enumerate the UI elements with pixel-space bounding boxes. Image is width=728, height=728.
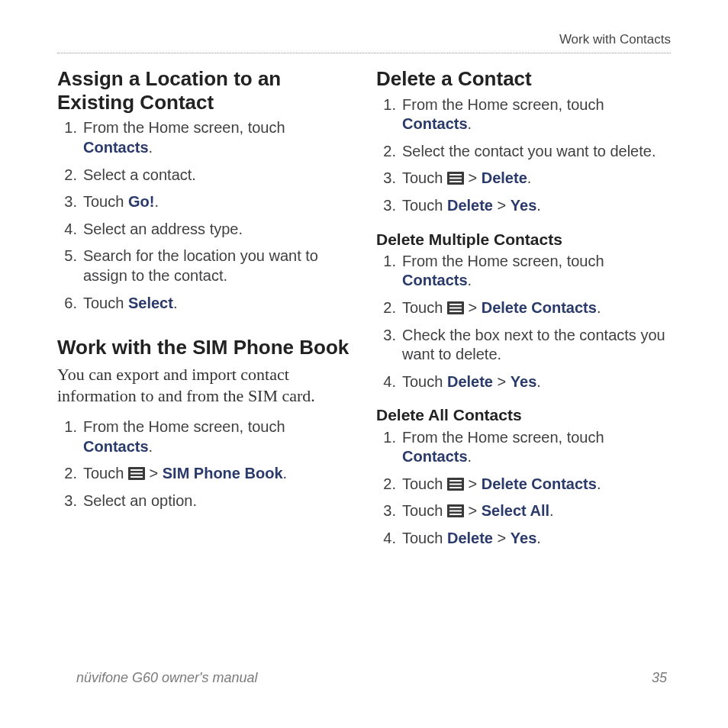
step-text: Touch [402, 502, 447, 519]
separator: > [464, 299, 482, 316]
menu-icon [447, 301, 464, 314]
step-number: 2. [376, 142, 396, 162]
separator: > [493, 373, 511, 390]
step-number: 1. [57, 417, 77, 437]
footer-title: nüvifone G60 owner's manual [76, 670, 258, 686]
step-text: . [597, 299, 601, 316]
step-number: 3. [376, 501, 396, 521]
list-item: 2.Select a contact. [57, 166, 352, 185]
list-item: 4.Touch Delete > Yes. [376, 372, 671, 392]
step-text: . [283, 465, 288, 482]
list-item: 3.Touch Go!. [57, 192, 352, 212]
list-item: 2.Select the contact you want to delete. [376, 142, 671, 162]
step-text: Touch [83, 295, 128, 311]
section-assign-location: Assign a Location to an Existing Contact [57, 67, 352, 114]
subsection-delete-all: Delete All Contacts [376, 405, 671, 424]
step-text: . [597, 475, 601, 492]
separator: > [464, 169, 482, 186]
step-text: . [468, 272, 472, 288]
ui-term: Contacts [402, 115, 468, 132]
step-text: Touch [402, 299, 447, 316]
step-text: . [536, 373, 541, 390]
step-number: 4. [376, 372, 396, 392]
step-text: Select a contact. [83, 166, 196, 183]
list-item: 3.Check the box next to the contacts you… [376, 326, 671, 365]
step-number: 4. [376, 529, 396, 549]
step-text: . [549, 502, 554, 519]
list-item: 4.Touch Delete > Yes. [376, 529, 671, 549]
list-item: 2.Touch > SIM Phone Book. [57, 464, 352, 484]
menu-icon [447, 478, 464, 491]
step-number: 4. [57, 220, 77, 240]
step-text: From the Home screen, touch [402, 96, 604, 113]
steps-delete-contact: 1.From the Home screen, touch Contacts. … [376, 95, 671, 216]
menu-icon [128, 467, 145, 480]
step-text: . [149, 139, 153, 156]
list-item: 2.Touch > Delete Contacts. [376, 298, 671, 318]
step-text: Touch [402, 373, 447, 390]
ui-term: Go! [128, 193, 154, 210]
list-item: 1.From the Home screen, touch Contacts. [376, 95, 671, 134]
step-text: . [536, 530, 541, 546]
step-text: From the Home screen, touch [402, 429, 604, 446]
separator: > [493, 530, 511, 546]
section-delete-contact: Delete a Contact [376, 67, 671, 91]
step-text: Touch [83, 465, 128, 482]
steps-assign-location: 1.From the Home screen, touch Contacts. … [57, 118, 352, 313]
steps-delete-all: 1.From the Home screen, touch Contacts. … [376, 428, 671, 549]
step-number: 2. [57, 166, 77, 185]
ui-term: Contacts [402, 272, 468, 288]
list-item: 1.From the Home screen, touch Contacts. [376, 252, 671, 291]
ui-term: Delete Contacts [482, 299, 597, 316]
step-number: 1. [376, 95, 396, 115]
list-item: 3.Touch > Delete. [376, 169, 671, 188]
step-text: From the Home screen, touch [402, 253, 604, 269]
step-text: . [536, 197, 541, 214]
right-column: Delete a Contact 1.From the Home screen,… [376, 67, 671, 562]
step-text: From the Home screen, touch [83, 418, 285, 435]
step-number: 2. [57, 464, 77, 484]
ui-term: Delete [447, 197, 493, 214]
ui-term: Delete [482, 169, 527, 186]
step-number: 6. [57, 294, 77, 314]
steps-delete-multiple: 1.From the Home screen, touch Contacts. … [376, 252, 671, 392]
menu-icon [447, 172, 464, 185]
step-text: . [173, 295, 178, 311]
step-number: 1. [376, 428, 396, 448]
step-text: . [154, 193, 159, 210]
step-number: 3. [376, 169, 396, 188]
subsection-delete-multiple: Delete Multiple Contacts [376, 230, 671, 249]
step-number: 3. [376, 326, 396, 346]
step-number: 3. [376, 196, 396, 216]
step-text: Touch [402, 197, 447, 214]
list-item: 6.Touch Select. [57, 294, 352, 314]
separator: > [464, 475, 482, 492]
separator: > [464, 502, 482, 519]
ui-term: Select All [482, 502, 549, 519]
body-paragraph: You can export and import contact inform… [57, 364, 352, 407]
ui-term: Delete [447, 530, 493, 546]
ui-term: Delete [447, 373, 493, 390]
step-text: . [468, 115, 472, 132]
step-text: . [468, 448, 472, 465]
step-text: . [527, 169, 532, 186]
step-number: 3. [57, 192, 77, 212]
step-number: 2. [376, 298, 396, 318]
list-item: 2.Touch > Delete Contacts. [376, 475, 671, 494]
ui-term: Yes [511, 530, 536, 546]
ui-term: Yes [511, 373, 536, 390]
step-text: Touch [83, 193, 128, 210]
step-text: From the Home screen, touch [83, 119, 285, 136]
steps-sim-phone-book: 1.From the Home screen, touch Contacts. … [57, 417, 352, 511]
ui-term: SIM Phone Book [163, 465, 283, 482]
section-sim-phone-book: Work with the SIM Phone Book [57, 336, 352, 359]
list-item: 1.From the Home screen, touch Contacts. [376, 428, 671, 467]
list-item: 3.Touch > Select All. [376, 501, 671, 521]
step-number: 1. [57, 118, 77, 138]
list-item: 1.From the Home screen, touch Contacts. [57, 417, 352, 456]
step-text: . [149, 438, 153, 455]
separator: > [145, 465, 163, 482]
ui-term: Yes [511, 197, 536, 214]
ui-term: Contacts [402, 448, 468, 465]
separator: > [493, 197, 511, 214]
